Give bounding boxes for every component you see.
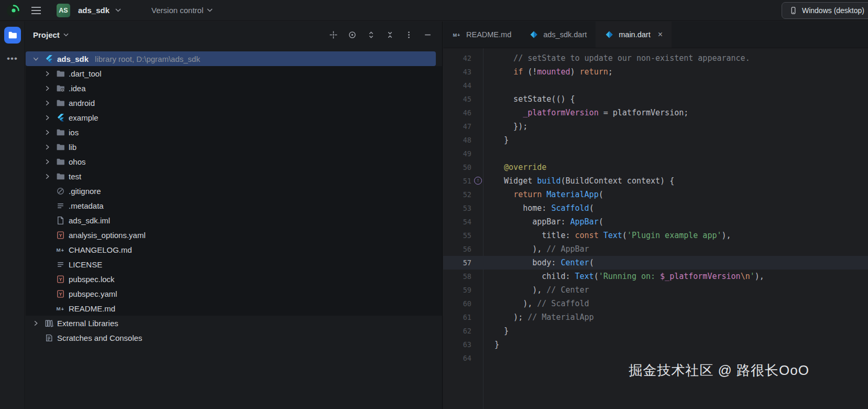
code-editor[interactable]: 42 // setState to update our non-existen…: [443, 48, 868, 409]
tree-item-license[interactable]: LICENSE: [26, 257, 436, 272]
code-line-43[interactable]: 43 if (!mounted) return;: [443, 65, 868, 79]
collapse-all-button[interactable]: [382, 27, 397, 42]
tree-item-pubspec-yaml[interactable]: Ypubspec.yaml: [26, 286, 436, 301]
editor-tab-readme-md[interactable]: MREADME.md: [443, 21, 520, 48]
code-line-56[interactable]: 56 ), // AppBar: [443, 242, 868, 256]
chevron-right-icon[interactable]: [42, 98, 52, 107]
project-panel-toolbar: [326, 27, 435, 42]
code-line-54[interactable]: 54 appBar: AppBar(: [443, 215, 868, 229]
code-token: (: [622, 231, 627, 240]
select-opened-file-button[interactable]: [326, 27, 340, 42]
code-token: Center: [561, 258, 589, 267]
editor-tab-main-dart[interactable]: main.dart×: [596, 21, 672, 48]
tree-item-scratches-and-consoles[interactable]: Scratches and Consoles: [26, 330, 436, 345]
tree-item-changelog-md[interactable]: MCHANGELOG.md: [26, 242, 436, 257]
tree-item--idea[interactable]: .idea: [26, 81, 436, 95]
code-line-45[interactable]: 45 setState(() {: [443, 92, 868, 106]
tree-item-example[interactable]: example: [26, 110, 436, 125]
code-line-59[interactable]: 59 ), // Center: [443, 283, 868, 297]
chevron-down-icon[interactable]: [31, 54, 40, 63]
more-tool-windows-icon[interactable]: •••: [7, 56, 18, 61]
iml-icon: [56, 216, 65, 225]
watermark-text: 掘金技术社区 @ 路很长OoO: [629, 361, 809, 380]
dart-icon: [529, 30, 539, 39]
tree-item-lib[interactable]: lib: [26, 139, 436, 154]
code-line-61[interactable]: 61 ); // MaterialApp: [443, 310, 868, 324]
code-token: Scaffold: [551, 203, 589, 213]
code-line-47[interactable]: 47 });: [443, 120, 868, 133]
tree-item-ads-sdk[interactable]: ads_sdklibrary root, D:\pgram\ads_sdk: [26, 51, 436, 66]
close-tab-icon[interactable]: ×: [658, 30, 663, 39]
tree-item--metadata[interactable]: .metadata: [26, 198, 436, 213]
code-line-57[interactable]: 57 body: Center(: [443, 256, 868, 270]
code-token: (: [599, 217, 603, 227]
code-line-60[interactable]: 60 ), // Scaffold: [443, 297, 868, 310]
code-line-48[interactable]: 48 }: [443, 133, 868, 147]
code-text: }: [483, 133, 509, 147]
code-line-52[interactable]: 52 return MaterialApp(: [443, 188, 868, 201]
project-name-dropdown[interactable]: ads_sdk: [78, 6, 109, 15]
chevron-right-icon[interactable]: [42, 157, 52, 166]
options-button[interactable]: [401, 27, 416, 42]
chevron-down-icon[interactable]: [115, 8, 121, 12]
tree-item-analysis-options-yaml[interactable]: Yanalysis_options.yaml: [26, 228, 436, 242]
code-token: (: [589, 203, 594, 213]
tree-item-label: pubspec.yaml: [69, 289, 117, 298]
expand-all-button[interactable]: [364, 27, 378, 42]
code-token: // MaterialApp: [528, 313, 594, 322]
hamburger-menu-icon[interactable]: [27, 3, 45, 18]
folder-icon: [8, 30, 17, 40]
code-line-51[interactable]: 51↑ Widget build(BuildContext context) {: [443, 174, 868, 188]
tree-item-label: pubspec.lock: [69, 275, 115, 284]
project-tool-window-button[interactable]: [4, 27, 21, 44]
tree-item-ios[interactable]: ios: [26, 125, 436, 139]
tree-item-readme-md[interactable]: MREADME.md: [26, 301, 436, 316]
hide-panel-button[interactable]: [420, 27, 435, 42]
code-token: body:: [495, 258, 561, 267]
chevron-right-icon[interactable]: [42, 83, 52, 93]
chevron-right-icon[interactable]: [42, 113, 52, 122]
code-text: return MaterialApp(: [483, 188, 603, 201]
tree-item-ohos[interactable]: ohos: [26, 154, 436, 169]
code-line-49[interactable]: 49: [443, 147, 868, 160]
code-line-63[interactable]: 63}: [443, 338, 868, 351]
chevron-right-icon[interactable]: [42, 69, 52, 78]
code-token: Widget: [495, 176, 537, 186]
code-line-58[interactable]: 58 child: Text('Running on: $_platformVe…: [443, 270, 868, 283]
tree-item-test[interactable]: test: [26, 169, 436, 184]
version-control-dropdown[interactable]: Version control: [151, 6, 213, 15]
code-token: ),: [495, 299, 537, 308]
folder-icon: [56, 157, 65, 166]
locate-button[interactable]: [345, 27, 359, 42]
tree-item--dart-tool[interactable]: .dart_tool: [26, 66, 436, 81]
code-line-42[interactable]: 42 // setState to update our non-existen…: [443, 51, 868, 65]
chevron-right-icon[interactable]: [42, 142, 52, 152]
code-line-53[interactable]: 53 home: Scaffold(: [443, 201, 868, 215]
device-selector[interactable]: Windows (desktop): [782, 2, 868, 19]
code-line-50[interactable]: 50 @override: [443, 160, 868, 174]
tree-item--gitignore[interactable]: .gitignore: [26, 184, 436, 198]
chevron-right-icon[interactable]: [31, 318, 40, 328]
tree-item-label: CHANGELOG.md: [69, 245, 132, 254]
tree-item-ads-sdk-iml[interactable]: ads_sdk.iml: [26, 213, 436, 228]
line-number: 58: [443, 270, 483, 283]
code-line-62[interactable]: 62 }: [443, 324, 868, 338]
chevron-right-icon[interactable]: [42, 127, 52, 137]
code-token: Text: [603, 231, 622, 240]
editor-tab-ads-sdk-dart[interactable]: ads_sdk.dart: [520, 21, 596, 48]
code-line-55[interactable]: 55 title: const Text('Plugin example app…: [443, 229, 868, 242]
line-number: 64: [443, 351, 483, 365]
project-panel-title-dropdown[interactable]: Project: [33, 30, 69, 39]
overriding-method-icon[interactable]: ↑: [474, 177, 482, 185]
code-text: }: [483, 338, 499, 351]
tree-item-android[interactable]: android: [26, 95, 436, 110]
tree-item-external-libraries[interactable]: External Libraries: [26, 316, 436, 330]
tree-item-pubspec-lock[interactable]: Ypubspec.lock: [26, 272, 436, 286]
code-line-44[interactable]: 44: [443, 79, 868, 92]
scratches-icon: [44, 333, 53, 342]
chevron-right-icon[interactable]: [42, 171, 52, 181]
tree-item-label: ads_sdk: [57, 55, 89, 63]
code-token: }: [495, 135, 509, 145]
code-line-46[interactable]: 46 _platformVersion = platformVersion;: [443, 106, 868, 120]
chevron-down-icon: [63, 33, 69, 37]
